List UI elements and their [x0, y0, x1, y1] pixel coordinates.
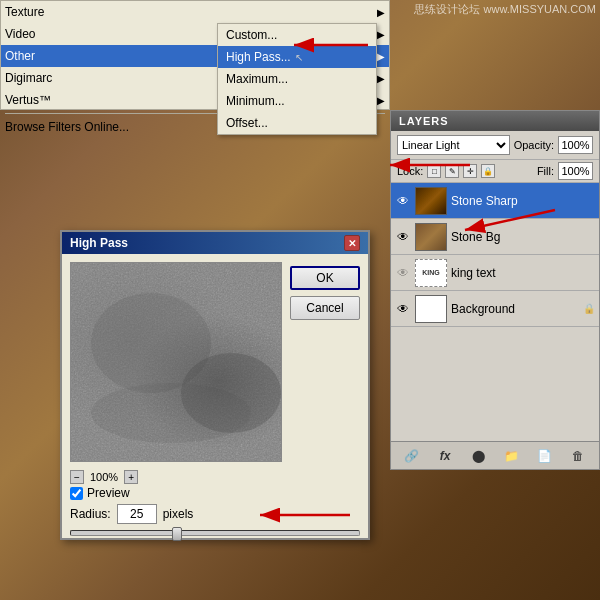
layer-visibility-stone-bg[interactable]: 👁	[395, 229, 411, 245]
svg-line-8	[465, 210, 555, 230]
watermark: 思练设计论坛 www.MISSYUAN.COM	[410, 0, 600, 19]
layer-thumb-stone-bg	[415, 223, 447, 251]
submenu-item-highpass-label: High Pass...	[226, 50, 291, 64]
opacity-label: Opacity:	[514, 139, 554, 151]
layer-thumb-stone-sharp	[415, 187, 447, 215]
zoom-controls: − 100% +	[62, 470, 368, 484]
group-button[interactable]: 📁	[502, 446, 522, 466]
ok-button[interactable]: OK	[290, 266, 360, 290]
menu-arrow-video: ▶	[377, 29, 385, 40]
svg-rect-2	[71, 263, 282, 462]
mask-button[interactable]: ⬤	[468, 446, 488, 466]
zoom-out-button[interactable]: −	[70, 470, 84, 484]
dialog-preview-canvas	[70, 262, 282, 462]
link-layers-button[interactable]: 🔗	[402, 446, 422, 466]
submenu-item-minimum[interactable]: Minimum...	[218, 90, 376, 112]
king-text-preview: KING	[422, 269, 440, 276]
layer-visibility-background[interactable]: 👁	[395, 301, 411, 317]
submenu-item-offset[interactable]: Offset...	[218, 112, 376, 134]
arrow-to-radius	[255, 495, 355, 535]
radius-label: Radius:	[70, 507, 111, 521]
layers-panel-header: LAYERS	[391, 111, 599, 131]
layer-name-background: Background	[451, 302, 579, 316]
svg-point-4	[91, 293, 211, 393]
background-lock-icon: 🔒	[583, 303, 595, 314]
dialog-button-group: OK Cancel	[290, 262, 360, 462]
menu-item-texture[interactable]: Texture ▶	[1, 1, 389, 23]
menu-arrow-vertus: ▶	[377, 95, 385, 106]
layer-name-king-text: king text	[451, 266, 595, 280]
menu-arrow-texture: ▶	[377, 7, 385, 18]
layer-item-king-text[interactable]: 👁 KING king text	[391, 255, 599, 291]
fx-button[interactable]: fx	[435, 446, 455, 466]
arrow-to-highpass	[290, 30, 370, 60]
arrow-to-stone-sharp	[460, 200, 560, 240]
arrow-to-blend-mode	[385, 150, 475, 180]
zoom-in-button[interactable]: +	[124, 470, 138, 484]
svg-rect-3	[71, 263, 282, 462]
layer-thumb-king-text: KING	[415, 259, 447, 287]
svg-point-5	[181, 353, 281, 433]
lock-all-icon[interactable]: 🔒	[481, 164, 495, 178]
new-layer-button[interactable]: 📄	[535, 446, 555, 466]
opacity-input[interactable]	[558, 136, 593, 154]
dialog-body: OK Cancel	[62, 254, 368, 470]
layers-panel-title: LAYERS	[399, 115, 449, 127]
menu-item-texture-label: Texture	[5, 5, 377, 19]
dialog-close-button[interactable]: ✕	[344, 235, 360, 251]
radius-input[interactable]	[117, 504, 157, 524]
dialog-title-bar: High Pass ✕	[62, 232, 368, 254]
layer-thumb-background	[415, 295, 447, 323]
zoom-value: 100%	[90, 471, 118, 483]
submenu-item-custom-label: Custom...	[226, 28, 277, 42]
delete-layer-button[interactable]: 🗑	[568, 446, 588, 466]
submenu-item-maximum-label: Maximum...	[226, 72, 288, 86]
dialog-title-text: High Pass	[70, 236, 128, 250]
menu-arrow-other: ▶	[377, 51, 385, 62]
layer-visibility-stone-sharp[interactable]: 👁	[395, 193, 411, 209]
submenu-item-offset-label: Offset...	[226, 116, 268, 130]
submenu-item-maximum[interactable]: Maximum...	[218, 68, 376, 90]
cancel-button[interactable]: Cancel	[290, 296, 360, 320]
fill-label: Fill:	[537, 165, 554, 177]
layers-bottom-toolbar: 🔗 fx ⬤ 📁 📄 🗑	[391, 441, 599, 469]
layer-item-background[interactable]: 👁 Background 🔒	[391, 291, 599, 327]
layer-visibility-king-text[interactable]: 👁	[395, 265, 411, 281]
radius-slider-thumb[interactable]	[172, 527, 182, 541]
radius-unit: pixels	[163, 507, 194, 521]
preview-checkbox[interactable]	[70, 487, 83, 500]
preview-label: Preview	[87, 486, 130, 500]
highpass-dialog: High Pass ✕ OK Cancel − 100% +	[60, 230, 370, 540]
svg-point-6	[91, 383, 251, 443]
submenu-item-minimum-label: Minimum...	[226, 94, 285, 108]
menu-arrow-digimarc: ▶	[377, 73, 385, 84]
preview-svg	[71, 263, 282, 462]
fill-input[interactable]	[558, 162, 593, 180]
